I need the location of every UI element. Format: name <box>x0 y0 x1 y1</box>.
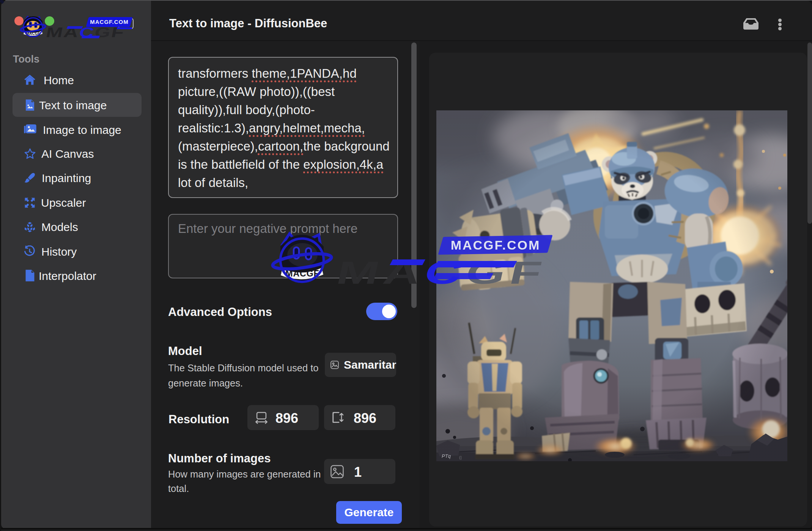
svg-text:(|: (| <box>459 455 462 460</box>
svg-text:PTq: PTq <box>442 453 451 459</box>
